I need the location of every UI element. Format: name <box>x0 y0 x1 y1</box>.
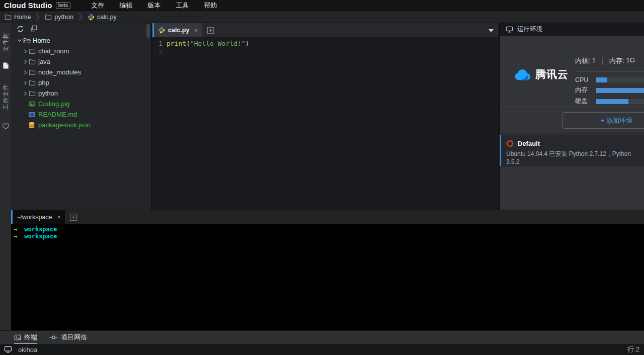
bottom-tab-终端[interactable]: 终端 <box>14 331 37 344</box>
breadcrumb-label: calc.py <box>97 14 117 21</box>
file-icon <box>3 62 9 69</box>
environment-card-default[interactable]: Default Ubuntu 14.04.4 已安装 Python 2.7.12… <box>500 135 644 166</box>
editor-tab-close-icon[interactable]: × <box>194 27 198 34</box>
breadcrumb: Homepythoncalc.py <box>0 11 644 23</box>
meter-label: 内存 <box>575 86 593 95</box>
tree-row-label: Coding.jpg <box>38 100 69 108</box>
menu-bar: Cloud Studio beta 文件编辑版本工具帮助 <box>0 0 644 11</box>
bottom-tab-label: 项目网络 <box>61 333 87 342</box>
env-panel-body: 腾讯云 内核:1内存:1G CPU内存硬盘 + 添加环境 Default Ubu… <box>500 36 644 209</box>
image-icon <box>29 101 38 107</box>
menu-item-文件[interactable]: 文件 <box>84 1 112 10</box>
code-area[interactable]: 1print("Hello World!")2 <box>152 37 499 56</box>
stat-value: 1G <box>626 56 634 65</box>
stat-value: 1 <box>592 56 596 65</box>
tree-row-chat_room[interactable]: chat_room <box>11 46 151 56</box>
tree-row-java[interactable]: java <box>11 56 151 67</box>
breadcrumb-label: python <box>54 14 73 21</box>
env-panel: 运行环境 腾讯云 内核:1内存:1G CPU内存硬盘 + 添加环境 Defau <box>499 23 644 210</box>
new-editor-tab-button[interactable] <box>207 27 214 34</box>
tree-row-Coding.jpg[interactable]: Coding.jpg <box>11 99 151 109</box>
tree-row-README.md[interactable]: README.md <box>11 109 151 120</box>
new-terminal-button[interactable] <box>69 213 77 221</box>
activity-file-button[interactable] <box>3 62 9 71</box>
tree-row-label: java <box>38 58 50 65</box>
activity-heart-button[interactable] <box>2 123 10 132</box>
tree-row-label: python <box>38 90 58 97</box>
status-user-label: okihoa <box>18 346 37 353</box>
environment-name: Default <box>518 140 540 147</box>
menu-item-版本[interactable]: 版本 <box>140 1 168 10</box>
token: print <box>167 40 186 47</box>
resource-meters: CPU内存硬盘 <box>575 76 644 108</box>
ubuntu-logo-icon <box>506 140 514 147</box>
status-line-indicator: 行:2 <box>627 345 639 354</box>
terminal-tab-close-icon[interactable]: × <box>57 213 61 221</box>
folder-icon <box>29 58 38 65</box>
bottom-tab-项目网络[interactable]: 项目网络 <box>49 331 87 344</box>
menu-item-工具[interactable]: 工具 <box>168 1 196 10</box>
app-title: Cloud Studio <box>4 1 52 10</box>
tencent-cloud-brand: 腾讯云 <box>513 67 569 81</box>
tree-row-label: package-lock.json <box>38 121 91 129</box>
file-tree-scrollbar[interactable] <box>146 24 150 38</box>
tree-row-Home[interactable]: Home <box>11 35 151 46</box>
code-text: print("Hello World!") <box>163 39 249 48</box>
folder-icon <box>45 14 52 20</box>
meter-fill <box>596 77 607 82</box>
tree-row-package-lock.json[interactable]: package-lock.json <box>11 120 151 130</box>
folder-icon <box>29 79 38 86</box>
activity-tab-文件树[interactable]: 文件树 <box>0 27 11 57</box>
token: " <box>242 40 246 47</box>
meter-track <box>596 88 644 93</box>
folder-open-icon <box>23 37 33 44</box>
tree-row-python[interactable]: python <box>11 88 151 99</box>
network-icon <box>49 334 58 340</box>
menu-item-帮助[interactable]: 帮助 <box>196 1 224 10</box>
breadcrumb-item-calc.py[interactable]: calc.py <box>88 14 117 21</box>
line-number: 1 <box>152 39 163 48</box>
json-icon <box>29 122 38 129</box>
terminal-tab-workspace[interactable]: ~/workspace × <box>11 210 65 224</box>
tab-list-dropdown-icon[interactable] <box>489 29 494 32</box>
editor-tab-calc-py[interactable]: calc.py × <box>152 23 202 37</box>
terminal-text: workspace <box>24 226 57 233</box>
activity-tab-工作文件[interactable]: 工作文件 <box>0 77 11 116</box>
activity-bar: 文件树工作文件 <box>0 23 11 330</box>
meter-track <box>596 77 644 82</box>
tree-row-label: node_modules <box>38 68 81 76</box>
breadcrumb-item-python[interactable]: python <box>45 14 73 21</box>
python-icon <box>88 14 95 21</box>
meter-label: 硬盘 <box>575 97 593 106</box>
add-environment-button[interactable]: + 添加环境 <box>562 112 644 129</box>
line-number: 2 <box>152 48 163 56</box>
meter-CPU: CPU <box>575 76 644 83</box>
meter-硬盘: 硬盘 <box>575 97 644 106</box>
token: " <box>190 40 194 47</box>
refresh-icon[interactable] <box>17 25 24 33</box>
terminal-prompt: → <box>14 226 17 233</box>
tree-row-label: Home <box>33 37 50 44</box>
editor-tab-strip: calc.py × <box>152 23 499 37</box>
stats-divider <box>575 71 644 72</box>
menu-item-编辑[interactable]: 编辑 <box>112 1 140 10</box>
env-section-divider-bottom <box>500 133 644 134</box>
folder-icon <box>29 48 38 54</box>
breadcrumb-item-Home[interactable]: Home <box>5 14 31 21</box>
terminal-text: workspace <box>24 233 57 240</box>
terminal-icon <box>14 334 21 341</box>
terminal-prompt: → <box>14 233 17 240</box>
env-section-divider-top <box>500 106 644 107</box>
terminal-line: →workspace <box>14 226 644 233</box>
collapse-all-icon[interactable] <box>30 25 37 32</box>
terminal-output[interactable]: →workspace→workspace <box>11 224 644 330</box>
tree-row-php[interactable]: php <box>11 77 151 88</box>
chevron-down-icon <box>16 39 23 42</box>
tree-row-node_modules[interactable]: node_modules <box>11 67 151 77</box>
meter-label: CPU <box>575 76 593 83</box>
markdown-icon <box>29 111 38 118</box>
stat-内存:: 内存:1G <box>609 56 635 65</box>
beta-badge: beta <box>56 2 70 9</box>
code-line: 2 <box>152 48 499 56</box>
cloud-studio-app: Cloud Studio beta 文件编辑版本工具帮助 Homepythonc… <box>0 0 644 355</box>
